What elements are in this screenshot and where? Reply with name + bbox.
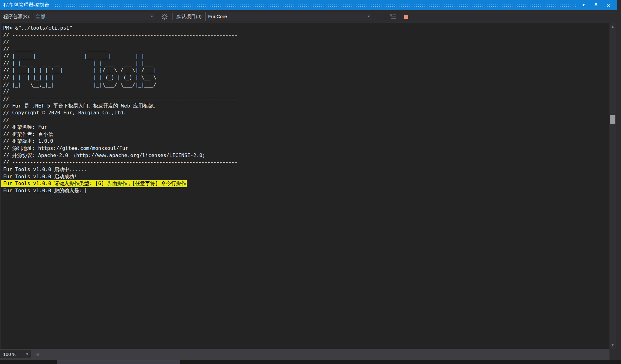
console-line: // ______ _______ _ [1,46,609,53]
chevron-down-icon: ▼ [582,3,585,7]
scroll-left-arrow-icon[interactable]: ◀ [36,352,39,357]
text-cursor [85,188,86,193]
toolbar-row: 程序包源(K): 全部 ▼ 默认项目(J): [0,10,621,23]
titlebar-grip[interactable] [55,4,576,7]
console-line: // | |__ _ _ _ __ | | ___ ___ | |___ [1,60,609,67]
window-title: 程序包管理器控制台 [3,2,50,8]
console-line: // |_| \__,_|_| |_|\___/ \___/|_|___/ [1,81,609,89]
console-line: Fur Tools v1.0.0 您的输入是: [1,187,609,194]
console-line: // Fur 是 .NET 5 平台下极易入门、极速开发的 Web 应用框架。 [1,103,609,110]
console-line: // [1,39,609,46]
console-line: // 框架版本: 1.0.0 [1,138,609,145]
gear-icon [161,13,168,20]
default-project-dropdown[interactable]: Fur.Core ▼ [205,12,373,21]
package-source-label: 程序包源(K): [3,13,30,20]
close-icon [606,3,611,7]
console-line: // -------------------------------------… [1,159,609,166]
console-line: Fur Tools v1.0.0 启动中...... [1,166,609,173]
toolbar-separator [385,13,385,20]
scroll-down-arrow-icon[interactable]: ▼ [609,342,616,348]
console-line: // [1,88,609,95]
zoom-level-value: 100 % [3,352,17,357]
toolbar-separator [172,13,173,20]
titlebar-row: 程序包管理器控制台 ▼ [0,0,621,10]
pin-icon [594,3,599,8]
vertical-scrollbar[interactable]: ▲ ▼ [609,23,616,349]
window-bottom-edge [0,360,621,364]
console-main-row: PM> &”../tools/cli.ps1”// --------------… [0,23,621,349]
console-line: Fur Tools v1.0.0 启动成功! [1,173,609,180]
console-output[interactable]: PM> &”../tools/cli.ps1”// --------------… [0,23,609,349]
close-button[interactable] [606,2,611,8]
console-line: // [1,117,609,124]
console-line: PM> &”../tools/cli.ps1” [1,25,609,32]
stop-button[interactable] [402,12,410,21]
window-position-button[interactable]: ▼ [581,2,586,8]
pin-button[interactable] [593,2,599,8]
chevron-down-icon: ▼ [150,15,153,18]
bottom-edge-segment [57,360,180,364]
console-line: // -------------------------------------… [1,95,609,103]
titlebar: 程序包管理器控制台 ▼ [0,0,617,10]
package-manager-console-window: 程序包管理器控制台 ▼ [0,0,621,364]
clear-console-button[interactable] [389,12,397,21]
window-right-edge [617,10,621,23]
clear-console-icon [390,14,396,19]
scrollbar-corner [609,349,621,360]
scroll-up-arrow-icon[interactable]: ▲ [609,23,616,30]
console-line: // -------------------------------------… [1,32,609,39]
window-right-edge [617,0,621,10]
console-line: Fur Tools v1.0.0 请键入操作类型: [G] 界面操作，[任意字符… [1,180,187,187]
titlebar-icons: ▼ [581,2,611,8]
console-line: // 框架名称: Fur [1,124,609,131]
console-toolbar: 程序包源(K): 全部 ▼ 默认项目(J): [0,10,617,23]
console-line: // | | | |_| | | | | (_) | (_) | \__ \ [1,74,609,81]
console-line: // | ____| |__ __| | | [1,53,609,60]
default-project-value: Fur.Core [208,14,227,19]
default-project-label: 默认项目(J): [177,13,203,20]
console-line: // | __| | | | '__| | |/ _ \ / _ \| / __… [1,67,609,74]
console-line: // Copyright © 2020 Fur, Baiqian Co.,Ltd… [1,109,609,117]
chevron-down-icon: ▼ [26,353,29,356]
console-line: // 开源协议: Apache-2.0 （http://www.apache.o… [1,152,609,159]
console-line: // 源码地址: https://gitee.com/monksoul/Fur [1,145,609,152]
stop-icon [404,15,408,19]
package-source-value: 全部 [36,13,45,20]
console-line: // 框架作者: 百小僧 [1,131,609,138]
package-source-settings-button[interactable] [161,12,169,21]
console-bottom-bar: 100 % ▼ ◀ [0,349,621,360]
zoom-level-dropdown[interactable]: 100 % ▼ [0,350,31,358]
window-right-edge [616,23,621,349]
vertical-scrollbar-thumb[interactable] [610,115,615,124]
chevron-down-icon: ▼ [367,15,370,18]
package-source-dropdown[interactable]: 全部 ▼ [33,12,156,21]
